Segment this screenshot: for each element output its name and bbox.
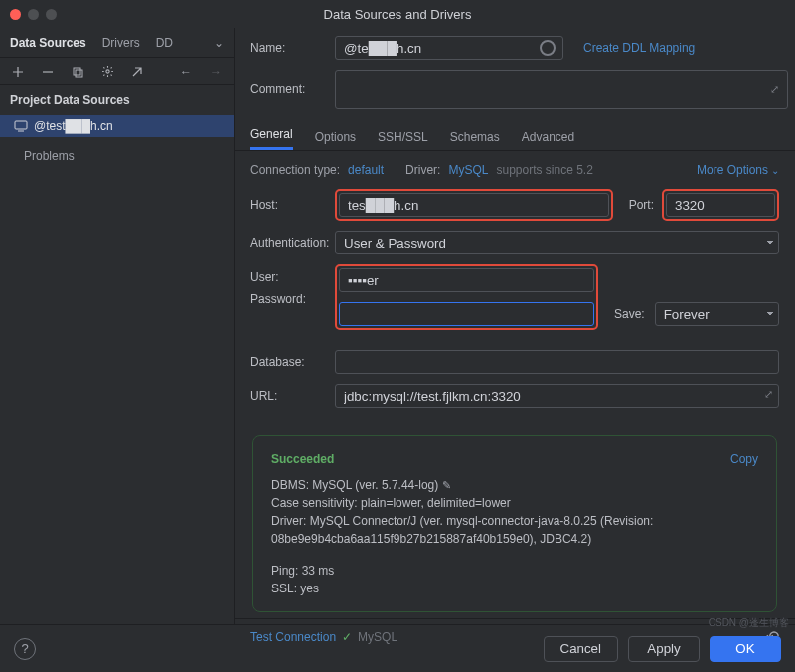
password-label: Password: <box>250 292 335 306</box>
watermark: CSDN @蓬生博客 <box>709 616 789 630</box>
chevron-down-icon[interactable]: ⌄ <box>214 36 224 50</box>
more-options-link[interactable]: More Options⌄ <box>697 163 779 177</box>
duplicate-icon[interactable] <box>70 64 85 80</box>
comment-input[interactable] <box>335 70 788 109</box>
cancel-button[interactable]: Cancel <box>544 636 619 662</box>
url-label: URL: <box>250 389 335 403</box>
result-ping: Ping: 33 ms <box>271 562 758 580</box>
forward-icon[interactable]: → <box>208 64 224 80</box>
section-title: Project Data Sources <box>0 85 234 115</box>
comment-label: Comment: <box>250 83 335 96</box>
tab-data-sources[interactable]: Data Sources <box>10 36 86 50</box>
port-highlight <box>662 189 779 221</box>
sidebar-tabs: Data Sources Drivers DD ⌄ <box>0 28 234 58</box>
tab-ssh-ssl[interactable]: SSH/SSL <box>378 130 428 150</box>
edit-icon[interactable]: ✎ <box>442 479 451 491</box>
port-label: Port: <box>629 198 654 212</box>
back-icon[interactable]: ← <box>178 64 194 80</box>
tab-general[interactable]: General <box>250 127 293 150</box>
auth-label: Authentication: <box>250 236 335 250</box>
create-ddl-link[interactable]: Create DDL Mapping <box>583 41 695 55</box>
tab-schemas[interactable]: Schemas <box>450 130 500 150</box>
result-case: Case sensitivity: plain=lower, delimited… <box>271 494 758 512</box>
auth-select[interactable]: User & Password <box>335 231 779 254</box>
result-ssl: SSL: yes <box>271 580 758 597</box>
data-source-label: @test███h.cn <box>34 119 113 133</box>
credentials-highlight <box>335 264 598 330</box>
host-label: Host: <box>250 198 335 212</box>
name-input[interactable] <box>335 36 563 60</box>
conn-type-label: Connection type: <box>250 163 340 177</box>
user-input[interactable] <box>339 268 594 292</box>
sidebar-toolbar: ← → <box>0 58 234 85</box>
result-driver: Driver: MySQL Connector/J (ver. mysql-co… <box>271 512 758 548</box>
tab-advanced[interactable]: Advanced <box>522 130 574 150</box>
check-icon: ✓ <box>342 630 352 644</box>
detail-tabs: General Options SSH/SSL Schemas Advanced <box>235 127 795 151</box>
detail-panel: Name: Create DDL Mapping Comment: ⤢ Gene… <box>235 28 795 624</box>
svg-rect-1 <box>76 70 82 77</box>
svg-point-2 <box>105 70 108 73</box>
result-dbms: DBMS: MySQL (ver. 5.7.44-log) <box>271 478 438 492</box>
tab-options[interactable]: Options <box>315 130 356 150</box>
help-button[interactable]: ? <box>14 638 36 660</box>
svg-rect-3 <box>15 121 27 129</box>
connection-meta: Connection type: default Driver: MySQL s… <box>235 151 795 181</box>
host-highlight <box>335 189 613 221</box>
name-label: Name: <box>250 41 335 55</box>
test-connection-link[interactable]: Test Connection <box>250 630 336 644</box>
conn-type-link[interactable]: default <box>348 163 384 177</box>
data-source-item[interactable]: @test███h.cn <box>0 115 234 137</box>
apply-button[interactable]: Apply <box>628 636 700 662</box>
svg-rect-0 <box>74 68 80 75</box>
database-input[interactable] <box>335 350 779 374</box>
engine-label: MySQL <box>358 630 398 644</box>
connection-result: Succeeded Copy DBMS: MySQL (ver. 5.7.44-… <box>252 435 777 612</box>
chevron-down-icon: ⌄ <box>771 165 779 176</box>
ok-button[interactable]: OK <box>710 636 781 662</box>
remove-icon[interactable] <box>40 64 56 80</box>
password-input[interactable] <box>339 302 594 326</box>
driver-link[interactable]: MySQL <box>448 163 488 177</box>
database-label: Database: <box>250 355 335 369</box>
save-label: Save: <box>614 307 645 321</box>
copy-link[interactable]: Copy <box>730 450 758 468</box>
port-input[interactable] <box>666 193 775 217</box>
make-global-icon[interactable] <box>129 64 145 80</box>
problems-section[interactable]: Problems <box>0 137 234 175</box>
url-input[interactable] <box>335 384 779 408</box>
sidebar: Data Sources Drivers DD ⌄ ← → Project Da… <box>0 28 235 624</box>
tab-dd[interactable]: DD <box>156 36 173 50</box>
add-icon[interactable] <box>10 64 26 80</box>
tab-drivers[interactable]: Drivers <box>102 36 140 50</box>
titlebar: Data Sources and Drivers <box>0 0 795 28</box>
host-input[interactable] <box>339 193 609 217</box>
driver-label: Driver: <box>405 163 440 177</box>
result-status: Succeeded <box>271 450 334 468</box>
user-label: User: <box>250 264 335 284</box>
driver-support: supports since 5.2 <box>496 163 592 177</box>
save-select[interactable]: Forever <box>655 302 779 326</box>
device-icon <box>14 120 28 132</box>
settings-icon[interactable] <box>99 64 115 80</box>
window-title: Data Sources and Drivers <box>0 7 795 22</box>
